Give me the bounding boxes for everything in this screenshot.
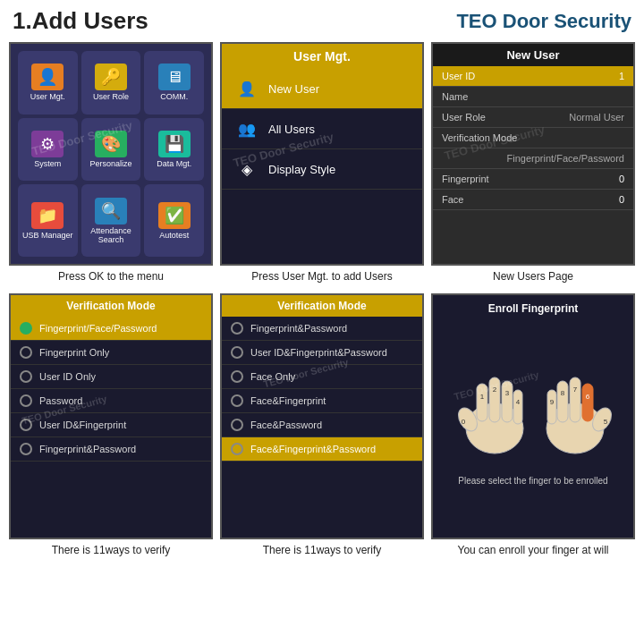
caption-4: There is 11ways to verify bbox=[52, 544, 171, 556]
icon-data[interactable]: 💾 Data Mgt. bbox=[144, 118, 204, 182]
icon-label: Autotest bbox=[159, 231, 189, 240]
verifmode-label: Verification Mode bbox=[442, 132, 517, 143]
menu-item-display-style[interactable]: ◈ Display Style bbox=[222, 149, 422, 190]
verif-label: Fingerprint/Face/Password bbox=[39, 323, 157, 334]
screen-3: New User User ID 1 Name User Role Normal… bbox=[431, 42, 635, 266]
svg-rect-4 bbox=[502, 381, 513, 422]
svg-rect-5 bbox=[513, 390, 522, 424]
userid-label: User ID bbox=[442, 71, 475, 81]
verif-item-2[interactable]: Fingerprint Only bbox=[11, 341, 211, 365]
icon-user-mgt[interactable]: 👤 User Mgt. bbox=[18, 51, 78, 114]
svg-rect-16 bbox=[582, 384, 593, 421]
icon-personal[interactable]: 🎨 Personalize bbox=[81, 118, 141, 182]
verif-dot-2 bbox=[20, 346, 32, 359]
svg-rect-15 bbox=[570, 377, 580, 422]
cell-2: User Mgt. 👤 New User 👥 All Users ◈ Displ… bbox=[220, 42, 424, 283]
menu-label: All Users bbox=[268, 123, 315, 136]
hands-svg: 0 1 2 3 4 bbox=[444, 326, 623, 469]
verif2-dot-5 bbox=[231, 419, 243, 431]
screen-4: Verification Mode Fingerprint/Face/Passw… bbox=[9, 293, 213, 539]
icon-comm[interactable]: 🖥 COMM. bbox=[144, 51, 204, 114]
verif2-item-6[interactable]: Face&Fingerprint&Password bbox=[222, 437, 422, 462]
icon-label: System bbox=[34, 159, 61, 168]
verif-label: Fingerprint Only bbox=[39, 347, 109, 358]
verif-dot-5 bbox=[20, 419, 32, 431]
icon-usb[interactable]: 📁 USB Manager bbox=[18, 184, 78, 257]
verif2-label: Face Only bbox=[250, 371, 295, 382]
svg-rect-3 bbox=[489, 377, 500, 422]
icon-attendance[interactable]: 🔍 Attendance Search bbox=[81, 184, 141, 257]
caption-6: You can enroll your finger at will bbox=[458, 544, 609, 556]
fingerprint-value: 0 bbox=[619, 174, 624, 184]
new-user-form: New User User ID 1 Name User Role Normal… bbox=[433, 44, 633, 264]
caption-5: There is 11ways to verify bbox=[263, 544, 382, 556]
verif-dot-3 bbox=[20, 370, 32, 383]
verif2-label: Fingerprint&Password bbox=[250, 323, 347, 334]
icon-user-role[interactable]: 🔑 User Role bbox=[81, 51, 141, 114]
verif-header-1: Verification Mode bbox=[11, 295, 211, 317]
usermgt-header: User Mgt. bbox=[222, 44, 422, 69]
verif2-item-5[interactable]: Face&Password bbox=[222, 413, 422, 437]
icon-label: User Mgt. bbox=[30, 92, 65, 101]
verifmode-value-row: Fingerprint/Face/Password bbox=[433, 148, 633, 169]
verif2-item-2[interactable]: User ID&Fingerprint&Password bbox=[222, 341, 422, 365]
svg-text:1: 1 bbox=[480, 393, 485, 401]
display-style-icon: ◈ bbox=[234, 158, 259, 180]
verif2-item-4[interactable]: Face&Fingerprint bbox=[222, 389, 422, 413]
menu-item-new-user[interactable]: 👤 New User bbox=[222, 69, 422, 109]
icon-grid: 👤 User Mgt. 🔑 User Role 🖥 COMM. ⚙ System… bbox=[11, 44, 211, 264]
verif-item-1[interactable]: Fingerprint/Face/Password bbox=[11, 317, 211, 341]
icon-label: USB Manager bbox=[22, 231, 73, 240]
svg-text:9: 9 bbox=[550, 398, 555, 406]
fingerprint-label: Fingerprint bbox=[442, 174, 489, 184]
verif-menu-2: Verification Mode Fingerprint&Password U… bbox=[222, 295, 422, 538]
verif2-item-3[interactable]: Face Only bbox=[222, 365, 422, 389]
menu-label: New User bbox=[268, 82, 319, 96]
verif-label: User ID Only bbox=[39, 371, 96, 382]
data-icon: 💾 bbox=[158, 131, 191, 157]
verif-dot-1 bbox=[20, 322, 32, 335]
cell-4: Verification Mode Fingerprint/Face/Passw… bbox=[9, 293, 213, 556]
icon-autotest[interactable]: ✅ Autotest bbox=[144, 184, 204, 257]
caption-1: Press OK to the menu bbox=[58, 270, 164, 283]
all-users-icon: 👥 bbox=[234, 118, 259, 140]
fp-header: Enroll Fingerprint bbox=[433, 299, 633, 318]
system-icon: ⚙ bbox=[31, 131, 64, 157]
verif2-label: Face&Fingerprint&Password bbox=[250, 444, 376, 454]
icon-label: Data Mgt. bbox=[157, 159, 191, 168]
fp-enroll: Enroll Fingerprint bbox=[433, 295, 633, 538]
cell-1: 👤 User Mgt. 🔑 User Role 🖥 COMM. ⚙ System… bbox=[9, 42, 213, 283]
verif-label: User ID&Fingerprint bbox=[39, 419, 126, 430]
menu-label: Display Style bbox=[268, 163, 335, 176]
userrole-row: User Role Normal User bbox=[433, 107, 633, 128]
caption-2: Press User Mgt. to add Users bbox=[251, 270, 392, 283]
svg-text:6: 6 bbox=[586, 393, 590, 401]
verif2-dot-2 bbox=[231, 346, 243, 359]
svg-text:2: 2 bbox=[493, 386, 497, 394]
page-title: 1.Add Users bbox=[13, 7, 148, 35]
name-row: Name bbox=[433, 87, 633, 107]
autotest-icon: ✅ bbox=[158, 202, 191, 229]
verif2-dot-6 bbox=[231, 443, 243, 455]
user-mgt-icon: 👤 bbox=[31, 64, 64, 90]
verif-item-4[interactable]: Password bbox=[11, 389, 211, 413]
verif-item-5[interactable]: User ID&Fingerprint bbox=[11, 413, 211, 437]
cell-6: Enroll Fingerprint bbox=[431, 293, 635, 556]
icon-system[interactable]: ⚙ System bbox=[18, 118, 78, 182]
verif2-label: User ID&Fingerprint&Password bbox=[250, 347, 387, 358]
screen-6: Enroll Fingerprint bbox=[431, 293, 635, 539]
verif-menu-1: Verification Mode Fingerprint/Face/Passw… bbox=[11, 295, 211, 538]
verifmode-row: Verification Mode bbox=[433, 128, 633, 148]
verif2-dot-4 bbox=[231, 394, 243, 407]
svg-text:0: 0 bbox=[462, 418, 466, 426]
verif-item-3[interactable]: User ID Only bbox=[11, 365, 211, 389]
menu-item-all-users[interactable]: 👥 All Users bbox=[222, 109, 422, 149]
verif-item-6[interactable]: Fingerprint&Password bbox=[11, 437, 211, 462]
name-label: Name bbox=[442, 91, 468, 102]
verif2-item-1[interactable]: Fingerprint&Password bbox=[222, 317, 422, 341]
verif2-label: Face&Fingerprint bbox=[250, 395, 326, 406]
svg-rect-2 bbox=[477, 384, 487, 421]
fp-caption: Please select the finger to be enrolled bbox=[453, 476, 613, 486]
verif2-dot-3 bbox=[231, 370, 243, 383]
user-role-icon: 🔑 bbox=[95, 64, 127, 90]
